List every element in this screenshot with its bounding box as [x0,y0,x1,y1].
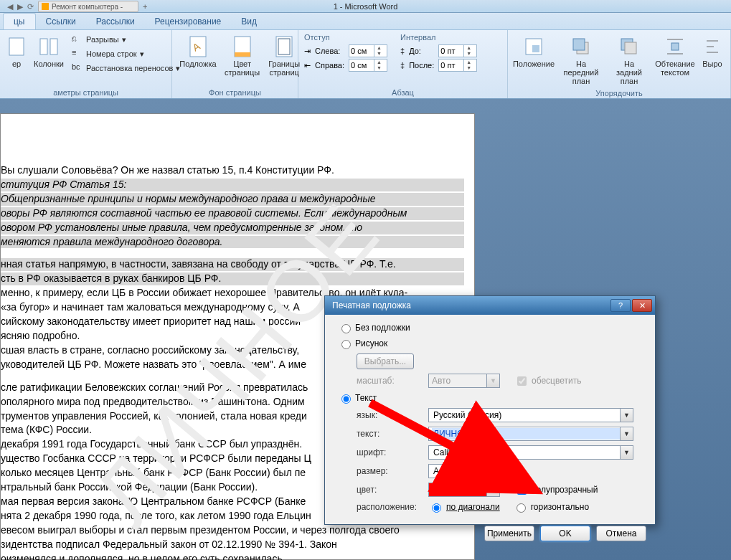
radio-horizontal[interactable]: горизонтально [513,501,589,513]
position-button[interactable]: Положение [514,33,554,70]
favicon-icon [42,3,49,10]
hyphenation-button[interactable]: bcРасстановка переносов▾ [70,62,181,75]
chevron-down-icon[interactable]: ▼ [486,483,499,496]
font-label: шрифт: [357,447,428,457]
svg-rect-6 [235,52,250,57]
browser-tab[interactable]: Ремонт компьютера - [38,1,138,12]
cancel-button[interactable]: Отмена [596,526,646,541]
interval-label: Интервал [400,33,477,43]
chevron-down-icon: ▾ [122,35,126,44]
watermark-icon: A [187,35,209,58]
dialog-title: Печатная подложка [332,300,411,310]
text-combo[interactable]: ▼ [428,427,633,441]
indent-right-input[interactable]: ▲▼ [349,59,387,72]
space-before-input[interactable]: ▲▼ [438,44,477,57]
indent-label: Отступ [304,33,387,43]
send-back-button[interactable]: На задний план [608,33,650,87]
bring-front-button[interactable]: На передний план [558,33,604,87]
tab-label: Ремонт компьютера - [52,3,123,11]
svg-rect-15 [671,43,679,50]
indent-left-icon: ⇥ [304,47,311,56]
page-borders-icon [273,35,296,58]
chevron-down-icon[interactable]: ▼ [620,446,633,459]
text-wrap-icon [664,35,687,58]
language-combo[interactable]: ▼ [428,408,633,422]
page-color-icon [231,35,254,58]
right-label: Справа: [315,61,344,70]
lang-label: язык: [357,410,428,420]
color-combo[interactable]: ▼ [428,483,500,497]
svg-rect-2 [50,39,57,54]
group-paragraph-label: Абзац [304,87,501,97]
radio-diagonal[interactable]: по диагонали [428,501,500,513]
text-line[interactable]: Вы слушали Соловьёва? Он же назвал стать… [1,164,464,177]
close-button[interactable]: ✕ [632,299,652,312]
radio-none[interactable]: Без подложки [338,322,646,333]
text-line[interactable]: меняются правила международного договора… [1,236,464,249]
page-borders-button[interactable]: Границы страниц [266,33,302,79]
tab-references[interactable]: Ссылки [36,14,86,29]
size-button[interactable]: ер [6,33,27,70]
new-tab-icon[interactable]: + [143,2,147,11]
after-label: После: [409,61,434,70]
line-numbers-button[interactable]: ≡Номера строк▾ [70,47,181,60]
scale-label: масштаб: [357,376,428,386]
chevron-down-icon[interactable]: ▼ [620,409,633,422]
tab-mailings[interactable]: Рассылки [86,14,145,29]
position-icon [522,35,545,58]
dialog-titlebar[interactable]: Печатная подложка ? ✕ [325,296,655,315]
space-before-icon: ‡ [400,47,405,55]
align-button[interactable]: Выро [700,33,725,70]
svg-rect-1 [40,39,47,54]
apply-button[interactable]: Применить [484,526,534,541]
font-combo[interactable]: ▼ [428,445,633,460]
text-line[interactable] [1,250,464,257]
caret-right-icon[interactable]: ▶ [17,2,23,11]
radio-picture[interactable]: Рисунок [338,338,646,349]
chevron-down-icon[interactable]: ▼ [620,427,633,440]
space-after-input[interactable]: ▲▼ [438,59,477,72]
text-wrap-button[interactable]: Обтекание текстом [654,33,696,79]
page-borders-label: Границы страниц [268,60,300,77]
size-label: ер [12,60,21,68]
group-arrange-label: Упорядочить [514,87,725,98]
text-line[interactable]: Общепризнанные принципы и нормы междунар… [1,193,464,206]
chevron-down-icon: ▾ [140,49,144,59]
ribbon: ер Колонки ⎌Разрывы▾ ≡Номера строк▾ bcРа… [0,30,731,99]
caret-left-icon[interactable]: ◀ [7,2,13,11]
tab-review[interactable]: Рецензирование [145,14,232,29]
size-combo[interactable]: ▼ [428,464,500,478]
before-label: До: [409,47,434,55]
size-label: размер: [357,466,428,476]
text-line[interactable]: оворы РФ являются составной частью ее пр… [1,207,464,220]
ribbon-tabs: цы Ссылки Рассылки Рецензирование Вид [0,13,731,30]
color-label: цвет: [357,485,428,495]
reload-icon[interactable]: ⟳ [27,2,34,11]
text-line[interactable]: ституция РФ Статья 15: [1,179,464,191]
breaks-button[interactable]: ⎌Разрывы▾ [70,33,181,46]
group-page-setup-label: аметры страницы [6,87,166,97]
radio-text[interactable]: Текст [338,392,646,404]
watermark-button[interactable]: A Подложка [178,33,218,70]
text-line[interactable]: нная статья напрямую, в частности, завяз… [1,258,464,271]
semitransparent-checkbox[interactable]: полупрозрачный [514,483,598,497]
svg-rect-0 [9,38,24,55]
ok-button[interactable]: OK [540,526,590,541]
columns-label: Колонки [34,60,64,68]
columns-button[interactable]: Колонки [32,33,66,70]
chevron-down-icon[interactable]: ▼ [486,465,499,478]
breaks-icon: ⎌ [72,34,83,45]
indent-left-input[interactable]: ▲▼ [349,44,387,57]
text-line[interactable]: оизменялся и дополнялся, но в целом его … [1,553,464,560]
page-color-label: Цвет страницы [225,60,260,77]
tab-view[interactable]: Вид [231,14,267,29]
indent-right-icon: ⇤ [304,61,311,70]
tab-page-layout[interactable]: цы [3,13,36,29]
page-color-button[interactable]: Цвет страницы [222,33,262,79]
text-line[interactable]: сть в РФ оказывается в руках банкиров ЦБ… [1,272,464,285]
align-icon [701,35,724,58]
watermark-label: Подложка [179,60,216,68]
help-button[interactable]: ? [610,299,631,312]
text-line[interactable]: овором РФ установлены иные правила, чем … [1,222,464,234]
layout-label: расположение: [357,502,428,512]
